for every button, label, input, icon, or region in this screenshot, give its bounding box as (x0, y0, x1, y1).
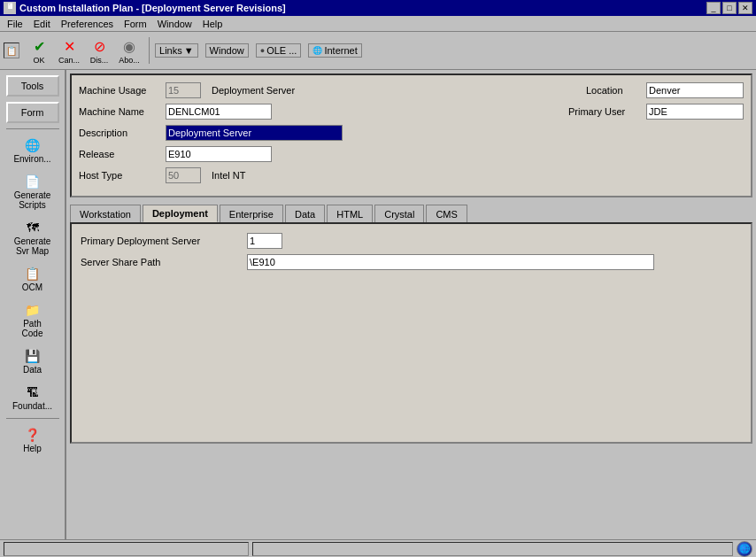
host-type-label: Host Type (79, 170, 158, 181)
sidebar-item-environ[interactable]: 🌐 Environ... (0, 133, 65, 167)
title-controls: _ □ ✕ (706, 2, 752, 14)
tab-content: Primary Deployment Server Server Share P… (70, 222, 752, 444)
close-button[interactable]: ✕ (738, 2, 752, 14)
tab-enterprise[interactable]: Enterprise (220, 205, 283, 222)
tab-data[interactable]: Data (285, 205, 325, 222)
environ-icon: 🌐 (24, 136, 42, 154)
generate-scripts-icon: 📄 (24, 173, 42, 190)
generate-svr-map-icon: 🗺 (24, 219, 42, 236)
server-share-path-label: Server Share Path (81, 257, 240, 267)
tab-cms[interactable]: CMS (426, 205, 467, 222)
machine-usage-label: Machine Usage (79, 85, 158, 96)
menu-form[interactable]: Form (119, 18, 152, 30)
links-bar: Links ▼ Window ● OLE ... 🌐 Internet (155, 43, 362, 58)
machine-name-row: Machine Name Primary User (79, 104, 744, 120)
location-input[interactable] (646, 82, 744, 98)
sidebar-item-data[interactable]: 💾 Data (0, 344, 65, 378)
ole-button[interactable]: ● OLE ... (256, 43, 302, 58)
machine-name-input[interactable] (166, 104, 272, 120)
primary-user-label: Primary User (568, 106, 639, 117)
sidebar-item-ocm[interactable]: 📋 OCM (0, 261, 65, 296)
host-type-value: Intel NT (212, 170, 246, 181)
inner-window: Machine Usage Deployment Server Location… (66, 70, 756, 540)
description-label: Description (79, 128, 158, 138)
links-button[interactable]: Links ▼ (155, 43, 198, 58)
data-icon: 💾 (24, 347, 42, 365)
menu-edit[interactable]: Edit (28, 18, 56, 30)
foundat-icon: 🏗 (24, 383, 42, 401)
machine-usage-row: Machine Usage Deployment Server Location (79, 82, 744, 98)
server-share-path-input[interactable] (247, 254, 654, 270)
tab-workstation[interactable]: Workstation (70, 205, 141, 222)
primary-deployment-server-label: Primary Deployment Server (81, 236, 240, 246)
primary-deployment-server-input[interactable] (247, 233, 282, 249)
display-button[interactable]: ⊘ Dis... (85, 35, 113, 66)
about-button[interactable]: ◉ Abo... (115, 35, 143, 66)
sidebar-item-path-code[interactable]: 📁 PathCode (0, 298, 65, 342)
menu-bar: File Edit Preferences Form Window Help (0, 16, 756, 32)
host-type-id[interactable] (166, 167, 201, 183)
tools-button[interactable]: Tools (6, 75, 59, 97)
tab-crystal[interactable]: Crystal (374, 205, 424, 222)
sidebar-item-generate-scripts[interactable]: 📄 GenerateScripts (0, 169, 65, 213)
location-label: Location (586, 85, 639, 96)
inner-window-icon: 📋 (4, 43, 19, 58)
description-row: Description (79, 125, 744, 141)
menu-preferences[interactable]: Preferences (56, 18, 119, 30)
ok-button[interactable]: ✔ OK (25, 35, 53, 66)
menu-window[interactable]: Window (152, 18, 197, 30)
app-icon: 🖥 (4, 2, 16, 14)
menu-help[interactable]: Help (197, 18, 228, 30)
release-row: Release (79, 146, 744, 162)
status-bar: 🌐 (0, 539, 756, 540)
sidebar-item-generate-svr-map[interactable]: 🗺 GenerateSvr Map (0, 215, 65, 259)
help-icon: ❓ (24, 426, 42, 444)
path-code-icon: 📁 (24, 301, 42, 319)
form-button[interactable]: Form (6, 102, 59, 123)
sidebar-item-help[interactable]: ❓ Help (0, 422, 65, 457)
description-input[interactable] (166, 125, 343, 141)
title-bar: 🖥 Custom Installation Plan - [Deployment… (0, 0, 756, 16)
primary-deployment-server-row: Primary Deployment Server (81, 233, 742, 249)
host-type-row: Host Type Intel NT (79, 167, 744, 183)
main-layout: Tools Form 🌐 Environ... 📄 GenerateScript… (0, 70, 756, 540)
internet-button[interactable]: 🌐 Internet (308, 43, 361, 58)
ocm-icon: 📋 (24, 265, 42, 282)
server-share-path-row: Server Share Path (81, 254, 742, 270)
window-button[interactable]: Window (205, 43, 249, 58)
machine-name-label: Machine Name (79, 106, 158, 117)
release-input[interactable] (166, 146, 272, 162)
machine-usage-value: Deployment Server (212, 85, 295, 96)
toolbar: 📋 ✔ OK ✕ Can... ⊘ Dis... ◉ Abo... Links … (0, 32, 756, 70)
sidebar-item-foundat[interactable]: 🏗 Foundat... (0, 380, 65, 414)
minimize-button[interactable]: _ (706, 2, 721, 14)
release-label: Release (79, 149, 158, 159)
machine-usage-id[interactable] (166, 82, 201, 98)
tab-deployment[interactable]: Deployment (143, 205, 218, 222)
maximize-button[interactable]: □ (722, 2, 737, 14)
cancel-button[interactable]: ✕ Can... (55, 35, 83, 66)
primary-user-input[interactable] (646, 104, 744, 120)
title-text: Custom Installation Plan - [Deployment S… (19, 3, 286, 13)
machine-form-panel: Machine Usage Deployment Server Location… (70, 73, 752, 197)
tab-html[interactable]: HTML (327, 205, 373, 222)
tab-strip: Workstation Deployment Enterprise Data H… (70, 205, 752, 222)
menu-file[interactable]: File (2, 18, 28, 30)
sidebar: Tools Form 🌐 Environ... 📄 GenerateScript… (0, 70, 66, 540)
